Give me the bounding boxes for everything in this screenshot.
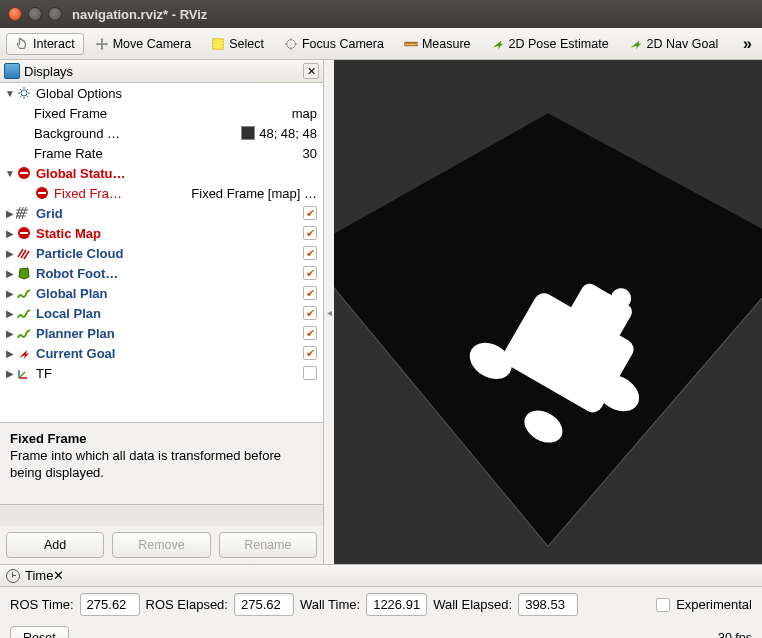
tree-value: 30	[303, 146, 317, 161]
expand-icon[interactable]: ▶	[4, 308, 16, 319]
pose-array-icon	[16, 245, 32, 261]
gear-icon	[16, 85, 32, 101]
interact-button[interactable]: Interact	[6, 33, 84, 55]
path-icon	[16, 285, 32, 301]
tree-label: Global Plan	[36, 286, 303, 301]
tree-label: Static Map	[36, 226, 303, 241]
ros-time-label: ROS Time:	[10, 597, 74, 612]
expand-icon[interactable]: ▶	[4, 208, 16, 219]
collapse-icon[interactable]: ▼	[4, 88, 16, 99]
svg-rect-0	[213, 38, 224, 49]
description-title: Fixed Frame	[10, 431, 313, 446]
expand-icon[interactable]: ▶	[4, 328, 16, 339]
3d-viewport[interactable]	[334, 60, 762, 564]
grid-icon	[16, 205, 32, 221]
displays-title: Displays	[24, 64, 303, 79]
tree-item-global-status[interactable]: ▼ Global Statu…	[0, 163, 323, 183]
tree-item-current-goal[interactable]: ▶ Current Goal	[0, 343, 323, 363]
tree-item-tf[interactable]: ▶ TF	[0, 363, 323, 383]
close-icon[interactable]	[8, 7, 22, 21]
tree-item-static-map[interactable]: ▶ Static Map	[0, 223, 323, 243]
reset-button[interactable]: Reset	[10, 626, 69, 638]
tf-icon	[16, 365, 32, 381]
tree-value: 48; 48; 48	[241, 126, 317, 141]
move-camera-button[interactable]: Move Camera	[86, 33, 201, 55]
tree-label: Fixed Fra…	[54, 186, 191, 201]
visibility-checkbox[interactable]	[303, 366, 317, 380]
tree-label: Current Goal	[36, 346, 303, 361]
visibility-checkbox[interactable]	[303, 346, 317, 360]
tree-label: Local Plan	[36, 306, 303, 321]
panel-close-button[interactable]: ✕	[303, 63, 319, 79]
path-icon	[16, 305, 32, 321]
pose-estimate-button[interactable]: 2D Pose Estimate	[482, 33, 618, 55]
tree-item-global-options[interactable]: ▼ Global Options	[0, 83, 323, 103]
tree-value: map	[292, 106, 317, 121]
experimental-checkbox[interactable]	[656, 598, 670, 612]
visibility-checkbox[interactable]	[303, 306, 317, 320]
visibility-checkbox[interactable]	[303, 226, 317, 240]
polygon-icon	[16, 265, 32, 281]
color-swatch	[241, 126, 255, 140]
error-icon	[16, 225, 32, 241]
visibility-checkbox[interactable]	[303, 286, 317, 300]
expand-icon[interactable]: ▶	[4, 248, 16, 259]
tree-label: Grid	[36, 206, 303, 221]
svg-rect-7	[38, 192, 46, 194]
remove-button[interactable]: Remove	[112, 532, 210, 558]
wall-elapsed-field[interactable]: 398.53	[518, 593, 578, 616]
minimize-icon[interactable]	[28, 7, 42, 21]
svg-point-3	[21, 90, 27, 96]
focus-camera-button[interactable]: Focus Camera	[275, 33, 393, 55]
ros-time-field[interactable]: 275.62	[80, 593, 140, 616]
tree-item-fixed-frame[interactable]: ▶ Fixed Frame map	[0, 103, 323, 123]
collapse-icon[interactable]: ▼	[4, 168, 16, 179]
render-view	[334, 60, 762, 564]
panel-spacer	[0, 504, 323, 526]
tree-item-fixed-frame-status[interactable]: ▶ Fixed Fra… Fixed Frame [map] …	[0, 183, 323, 203]
arrow-green-icon	[629, 37, 643, 51]
tree-item-robot-footprint[interactable]: ▶ Robot Foot…	[0, 263, 323, 283]
tree-item-background[interactable]: ▶ Background … 48; 48; 48	[0, 123, 323, 143]
main-toolbar: Interact Move Camera Select Focus Camera…	[0, 28, 762, 60]
nav-goal-button[interactable]: 2D Nav Goal	[620, 33, 728, 55]
rename-button[interactable]: Rename	[219, 532, 317, 558]
window-title: navigation.rviz* - RViz	[72, 7, 207, 22]
tree-label: Robot Foot…	[36, 266, 303, 281]
expand-icon[interactable]: ▶	[4, 368, 16, 379]
description-panel: Fixed Frame Frame into which all data is…	[0, 422, 323, 504]
displays-tree[interactable]: ▼ Global Options ▶ Fixed Frame map ▶ Bac…	[0, 83, 323, 422]
tree-item-local-plan[interactable]: ▶ Local Plan	[0, 303, 323, 323]
tree-item-global-plan[interactable]: ▶ Global Plan	[0, 283, 323, 303]
tree-item-grid[interactable]: ▶ Grid	[0, 203, 323, 223]
maximize-icon[interactable]	[48, 7, 62, 21]
expand-icon[interactable]: ▶	[4, 228, 16, 239]
tree-label: Frame Rate	[34, 146, 303, 161]
visibility-checkbox[interactable]	[303, 206, 317, 220]
panel-close-button[interactable]: ✕	[53, 568, 64, 583]
expand-icon[interactable]: ▶	[4, 348, 16, 359]
experimental-label: Experimental	[676, 597, 752, 612]
add-button[interactable]: Add	[6, 532, 104, 558]
tree-label: Fixed Frame	[34, 106, 292, 121]
tree-item-particle-cloud[interactable]: ▶ Particle Cloud	[0, 243, 323, 263]
measure-button[interactable]: Measure	[395, 33, 480, 55]
select-button[interactable]: Select	[202, 33, 273, 55]
wall-time-field[interactable]: 1226.91	[366, 593, 427, 616]
tree-label: Global Statu…	[36, 166, 317, 181]
select-icon	[211, 37, 225, 51]
splitter-handle[interactable]	[324, 60, 334, 564]
expand-icon[interactable]: ▶	[4, 288, 16, 299]
tree-item-frame-rate[interactable]: ▶ Frame Rate 30	[0, 143, 323, 163]
visibility-checkbox[interactable]	[303, 246, 317, 260]
wall-time-label: Wall Time:	[300, 597, 360, 612]
expand-icon[interactable]: ▶	[4, 268, 16, 279]
toolbar-overflow-button[interactable]: »	[739, 35, 756, 53]
description-body: Frame into which all data is transformed…	[10, 448, 313, 482]
visibility-checkbox[interactable]	[303, 326, 317, 340]
path-icon	[16, 325, 32, 341]
ros-elapsed-field[interactable]: 275.62	[234, 593, 294, 616]
tree-item-planner-plan[interactable]: ▶ Planner Plan	[0, 323, 323, 343]
visibility-checkbox[interactable]	[303, 266, 317, 280]
crosshair-icon	[284, 37, 298, 51]
